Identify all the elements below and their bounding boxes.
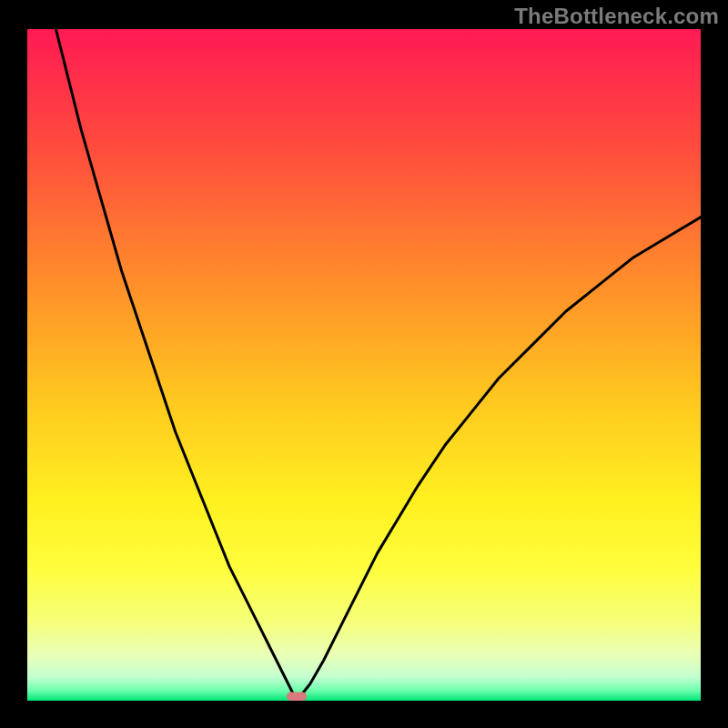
- chart-container: TheBottleneck.com: [0, 0, 728, 728]
- bottleneck-curve-chart: [27, 29, 701, 701]
- gradient-background: [27, 29, 701, 701]
- plot-area: [27, 29, 701, 701]
- optimal-marker: [287, 692, 307, 701]
- attribution-label: TheBottleneck.com: [514, 4, 719, 29]
